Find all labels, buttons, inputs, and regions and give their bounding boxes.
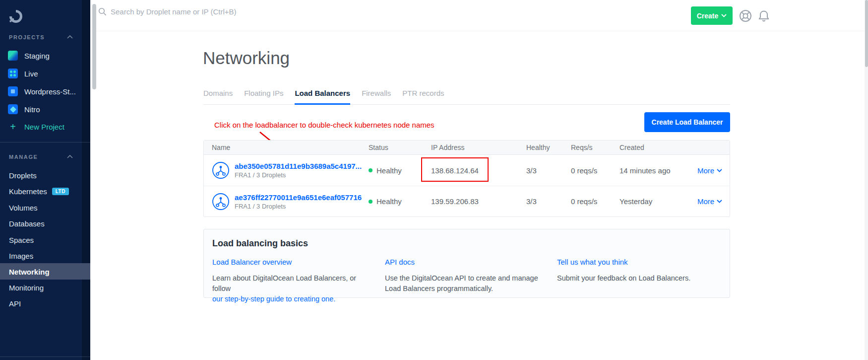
content-scrollbar-thumb[interactable] [92, 4, 96, 89]
load-balancer-overview-link[interactable]: Load Balancer overview [212, 258, 292, 266]
basics-column-overview: Load Balancer overview Learn about Digit… [212, 258, 385, 304]
create-button[interactable]: Create [691, 6, 733, 25]
staging-project-icon [8, 51, 18, 61]
project-label: Staging [24, 52, 50, 60]
new-project-button[interactable]: + New Project [8, 121, 64, 133]
sidebar-item-spaces[interactable]: Spaces [9, 234, 34, 245]
column-header-created: Created [620, 144, 697, 151]
basics-text: Submit your feedback on Load Balancers. [557, 274, 690, 282]
sidebar-item-label: Monitoring [9, 284, 44, 292]
column-header-reqs: Reqs/s [571, 144, 620, 151]
requests-per-second: 0 reqs/s [571, 197, 620, 206]
sidebar-item-label: Databases [9, 219, 45, 228]
sidebar-project-staging[interactable]: Staging [8, 50, 50, 62]
basics-column-api: API docs Use the DigitalOcean API to cre… [385, 258, 557, 304]
ltd-badge: LTD [52, 188, 69, 195]
column-header-name: Name [204, 144, 369, 151]
search-input[interactable] [111, 7, 319, 16]
more-label: More [697, 197, 714, 206]
ip-address: 139.59.206.83 [431, 197, 526, 206]
sidebar-edge-strip [82, 0, 90, 360]
tab-firewalls[interactable]: Firewalls [362, 89, 391, 104]
api-docs-link[interactable]: API docs [385, 258, 415, 266]
load-balancer-name-link[interactable]: abe350e05781d11e9b3689a5c4197... [235, 162, 362, 170]
sidebar: PROJECTS Staging Live Wordpress-St... Ni… [0, 0, 90, 360]
sidebar-project-nitro[interactable]: Nitro [8, 103, 40, 115]
sidebar-item-label: API [9, 299, 21, 308]
sidebar-item-networking[interactable]: Networking [9, 266, 50, 277]
column-header-status: Status [369, 144, 431, 151]
sidebar-project-wordpress[interactable]: Wordpress-St... [8, 85, 76, 97]
load-balancers-table: Name Status IP Address Healthy Reqs/s Cr… [203, 140, 730, 217]
healthy-count: 3/3 [526, 197, 571, 206]
nitro-project-icon [8, 104, 18, 114]
basics-text: Learn about DigitalOcean Load Balancers,… [212, 274, 356, 292]
chevron-down-icon [717, 169, 722, 172]
requests-per-second: 0 reqs/s [571, 166, 620, 175]
status-text: Healthy [376, 197, 402, 206]
column-header-ip: IP Address [431, 144, 526, 151]
sidebar-item-api[interactable]: API [9, 298, 21, 309]
sidebar-item-label: Volumes [9, 204, 38, 212]
sidebar-item-label: Spaces [9, 236, 34, 244]
manage-collapse-chevron-up-icon[interactable] [67, 155, 73, 158]
basics-title: Load balancing basics [212, 238, 721, 249]
wordpress-project-icon [8, 86, 18, 96]
sidebar-item-images[interactable]: Images [9, 250, 33, 261]
more-menu-button[interactable]: More [697, 166, 730, 175]
sidebar-item-droplets[interactable]: Droplets [9, 170, 37, 181]
search-bar [98, 7, 319, 16]
new-project-label: New Project [24, 123, 64, 131]
create-load-balancer-button[interactable]: Create Load Balancer [644, 112, 730, 132]
sidebar-divider [0, 357, 90, 357]
plus-icon: + [8, 122, 18, 132]
sidebar-item-monitoring[interactable]: Monitoring [9, 282, 44, 293]
tab-floating-ips[interactable]: Floating IPs [244, 89, 283, 104]
load-balancer-region: FRA1 / 3 Droplets [235, 171, 362, 179]
ip-address: 138.68.124.64 [431, 166, 526, 175]
page-title: Networking [203, 48, 290, 68]
status-text: Healthy [376, 166, 402, 175]
sidebar-item-databases[interactable]: Databases [9, 218, 45, 229]
basics-column-feedback: Tell us what you think Submit your feedb… [557, 258, 721, 304]
table-row: abe350e05781d11e9b3689a5c4197... FRA1 / … [204, 155, 730, 186]
notifications-bell-icon[interactable] [757, 9, 770, 22]
projects-section-header: PROJECTS [9, 34, 45, 40]
sidebar-item-label: Kubernetes [9, 187, 47, 196]
chevron-down-icon [717, 200, 722, 203]
manage-section-header: MANAGE [9, 154, 38, 160]
project-label: Nitro [24, 105, 40, 114]
chevron-down-icon [721, 14, 727, 17]
healthy-status-dot [369, 200, 372, 204]
sidebar-item-kubernetes[interactable]: Kubernetes LTD [9, 186, 69, 197]
tab-load-balancers[interactable]: Load Balancers [295, 89, 350, 104]
column-header-healthy: Healthy [526, 144, 571, 151]
healthy-count: 3/3 [526, 166, 571, 175]
sidebar-item-label: Images [9, 252, 33, 260]
sidebar-item-volumes[interactable]: Volumes [9, 202, 38, 213]
projects-collapse-chevron-up-icon[interactable] [67, 35, 73, 39]
table-header-row: Name Status IP Address Healthy Reqs/s Cr… [204, 141, 730, 155]
sidebar-item-label: Networking [9, 268, 50, 276]
annotation-text: Click on the loadbalancer to double-chec… [214, 121, 434, 129]
load-balancer-icon [212, 161, 230, 179]
step-by-step-guide-link[interactable]: our step-by-step guide to creating one. [212, 294, 376, 304]
tell-us-what-you-think-link[interactable]: Tell us what you think [557, 258, 628, 266]
load-balancer-icon [212, 193, 230, 211]
basics-text: Load Balancers programmatically. [385, 284, 549, 294]
project-label: Wordpress-St... [24, 87, 76, 96]
live-project-icon [8, 69, 18, 78]
help-lifebuoy-icon[interactable] [739, 9, 752, 22]
tab-domains[interactable]: Domains [203, 89, 233, 104]
digitalocean-logo-icon[interactable] [7, 8, 24, 25]
sidebar-project-live[interactable]: Live [8, 68, 38, 79]
load-balancer-name-link[interactable]: ae376ff22770011e9a651e6eaf057716 [235, 193, 362, 202]
sidebar-divider [0, 142, 90, 143]
created-time: 14 minutes ago [620, 166, 697, 175]
load-balancer-region: FRA1 / 3 Droplets [235, 203, 362, 210]
page-scrollbar-thumb[interactable] [865, 0, 868, 67]
create-button-label: Create [697, 12, 719, 20]
more-label: More [697, 166, 714, 175]
tab-ptr-records[interactable]: PTR records [402, 89, 444, 104]
more-menu-button[interactable]: More [697, 197, 730, 206]
